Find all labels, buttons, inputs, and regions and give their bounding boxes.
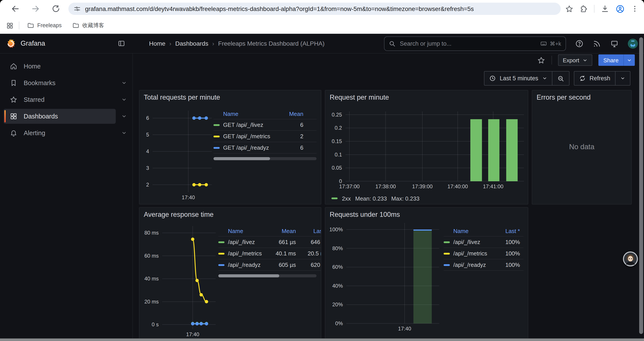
reload-icon[interactable] bbox=[50, 4, 61, 14]
svg-text:0.15: 0.15 bbox=[332, 138, 342, 144]
clock-icon bbox=[489, 75, 496, 82]
legend-header[interactable]: NameMean bbox=[214, 109, 316, 119]
extensions-icon[interactable] bbox=[580, 5, 588, 13]
grafana-logo[interactable] bbox=[5, 38, 16, 49]
series-swatch bbox=[444, 253, 450, 254]
panel-title[interactable]: Request per minute bbox=[325, 90, 528, 103]
browser-menu-icon[interactable] bbox=[631, 5, 639, 13]
legend-row[interactable]: /api/_/readyz605 µs620 µs bbox=[218, 259, 321, 271]
panel-total-requests: Total requests per minute 6543217:40 Nam… bbox=[139, 90, 321, 204]
bookmarks-divider bbox=[19, 22, 19, 30]
apps-shortcut-icon[interactable] bbox=[6, 22, 14, 29]
zoom-out-icon bbox=[557, 75, 564, 82]
legend-row[interactable]: /api/_/metrics40.1 ms20.5 ms bbox=[218, 247, 321, 259]
series-swatch bbox=[218, 264, 224, 266]
app-body: Home Bookmarks bbox=[0, 54, 644, 339]
dashboard-actions: Export Share bbox=[133, 54, 644, 67]
share-menu-button[interactable] bbox=[624, 55, 635, 66]
url-bar[interactable]: grafana.mathmast.com/d/deytv4rwavabkb/fr… bbox=[68, 3, 561, 15]
legend-row[interactable]: /api/_/livez100% bbox=[444, 236, 524, 247]
avg-response-time-chart: 80 ms60 ms40 ms20 ms0 s17:40 bbox=[143, 220, 218, 337]
user-avatar[interactable] bbox=[628, 38, 638, 49]
refresh-button[interactable]: Refresh bbox=[574, 72, 615, 85]
chevron-down-icon bbox=[583, 58, 588, 63]
svg-text:80 ms: 80 ms bbox=[144, 230, 159, 236]
toolbar-divider bbox=[594, 5, 594, 13]
export-button[interactable]: Export bbox=[558, 55, 592, 66]
breadcrumb-home[interactable]: Home bbox=[149, 40, 166, 47]
legend-row[interactable]: GET /api/_/livez6 bbox=[214, 119, 316, 130]
dock-menu-icon[interactable] bbox=[118, 40, 126, 47]
series-swatch bbox=[332, 197, 338, 199]
chevron-down-icon[interactable] bbox=[116, 97, 132, 102]
zoom-out-button[interactable] bbox=[552, 72, 569, 85]
folder-icon bbox=[27, 22, 34, 29]
folder-icon bbox=[72, 22, 79, 29]
panel-title[interactable]: Total requests per minute bbox=[140, 90, 321, 103]
sidebar-item-label: Starred bbox=[24, 96, 44, 103]
legend-row[interactable]: GET /api/_/metrics2 bbox=[214, 130, 316, 142]
time-range-button[interactable]: Last 5 minutes bbox=[484, 72, 552, 85]
chevron-down-icon[interactable] bbox=[116, 80, 132, 86]
legend-scrollbar[interactable] bbox=[214, 157, 316, 160]
legend-row[interactable]: /api/_/readyz100% bbox=[444, 259, 524, 271]
help-icon[interactable] bbox=[575, 39, 584, 48]
total-requests-legend: NameMeanGET /api/_/livez6GET /api/_/metr… bbox=[214, 109, 316, 203]
svg-text:0%: 0% bbox=[335, 320, 343, 326]
legend-header[interactable]: NameLast * bbox=[444, 226, 524, 236]
chevron-down-icon[interactable] bbox=[116, 114, 132, 119]
chevron-down-icon[interactable] bbox=[116, 130, 132, 136]
sidebar-item-starred: Starred bbox=[0, 91, 132, 108]
svg-text:0: 0 bbox=[339, 178, 342, 184]
svg-text:17:40: 17:40 bbox=[398, 326, 411, 331]
header-left: Grafana bbox=[5, 38, 126, 49]
grafana-header: Grafana Home › Dashboards › Freeleaps Me… bbox=[0, 34, 644, 54]
url-text[interactable]: grafana.mathmast.com/d/deytv4rwavabkb/fr… bbox=[85, 5, 558, 12]
window-bottom-edge bbox=[0, 338, 644, 341]
legend-row[interactable]: /api/_/livez661 µs646 µs bbox=[218, 236, 321, 247]
panel-title[interactable]: Requests under 100ms bbox=[325, 208, 528, 220]
site-settings-icon[interactable] bbox=[74, 5, 81, 12]
favorite-star-icon[interactable] bbox=[537, 56, 545, 65]
forward-icon[interactable] bbox=[30, 4, 41, 14]
legend-row[interactable]: GET /api/_/readyz6 bbox=[214, 142, 316, 154]
svg-text:17:38:00: 17:38:00 bbox=[375, 183, 396, 189]
bookmark-folder-blogs[interactable]: 收藏博客 bbox=[70, 21, 107, 31]
bookmark-folder-freeleaps[interactable]: Freeleaps bbox=[24, 21, 64, 30]
monitor-icon[interactable] bbox=[610, 39, 618, 48]
panel-errors-per-second: Errors per second No data bbox=[532, 90, 632, 204]
svg-text:17:40:00: 17:40:00 bbox=[448, 183, 468, 189]
legend-header[interactable]: NameMeanLast * bbox=[218, 226, 321, 236]
browser-toolbar: grafana.mathmast.com/d/deytv4rwavabkb/fr… bbox=[0, 0, 644, 18]
bookmark-label: 收藏博客 bbox=[82, 22, 104, 29]
avg-response-time-legend: NameMeanLast */api/_/livez661 µs646 µs/a… bbox=[218, 226, 316, 337]
share-button[interactable]: Share bbox=[599, 55, 624, 66]
sidebar-item-label: Dashboards bbox=[24, 113, 58, 120]
back-icon[interactable] bbox=[10, 4, 20, 14]
vertical-scrollbar[interactable] bbox=[639, 37, 643, 334]
refresh-group: Refresh bbox=[574, 71, 630, 86]
series-swatch bbox=[444, 241, 450, 243]
panel-title[interactable]: Average response time bbox=[140, 208, 321, 220]
request-per-minute-legend[interactable]: 2xx Mean: 0.233 Max: 0.233 bbox=[325, 194, 528, 203]
search-box[interactable]: ⌘+k bbox=[384, 36, 566, 51]
star-icon bbox=[10, 96, 18, 104]
search-input[interactable] bbox=[399, 40, 536, 47]
news-rss-icon[interactable] bbox=[593, 39, 601, 48]
series-name: 2xx bbox=[342, 195, 351, 202]
bookmark-icon bbox=[10, 79, 18, 87]
profile-icon[interactable] bbox=[616, 4, 625, 14]
refresh-interval-button[interactable] bbox=[615, 72, 630, 85]
downloads-icon[interactable] bbox=[600, 5, 609, 13]
bookmarks-bar: Freeleaps 收藏博客 bbox=[0, 18, 644, 34]
svg-text:0.05: 0.05 bbox=[332, 165, 342, 171]
svg-text:17:37:00: 17:37:00 bbox=[339, 183, 360, 189]
assistant-avatar[interactable] bbox=[623, 251, 638, 266]
bookmark-star-icon[interactable] bbox=[565, 5, 574, 13]
panel-avg-response-time: Average response time 80 ms60 ms40 ms20 … bbox=[139, 207, 321, 339]
legend-row[interactable]: /api/_/metrics100% bbox=[444, 247, 524, 259]
panel-title[interactable]: Errors per second bbox=[532, 90, 631, 103]
legend-scrollbar[interactable] bbox=[218, 274, 316, 277]
breadcrumb-dashboards[interactable]: Dashboards bbox=[175, 40, 208, 47]
keyboard-icon bbox=[540, 40, 547, 47]
